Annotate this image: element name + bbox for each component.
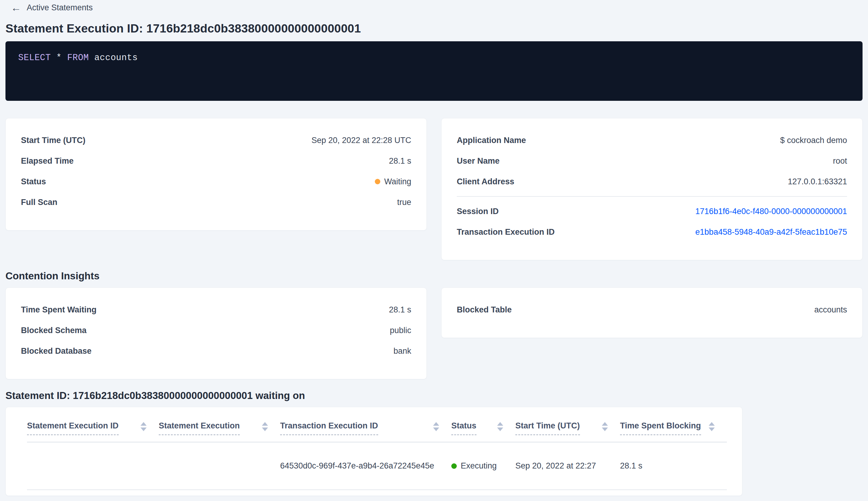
application-name-row: Application Name $ cockroach demo xyxy=(457,130,847,151)
cell-transaction-execution-id: 64530d0c-969f-437e-a9b4-26a72245e45e xyxy=(280,461,451,471)
sort-icon[interactable] xyxy=(497,422,503,431)
overview-cards-row: Start Time (UTC) Sep 20, 2022 at 22:28 U… xyxy=(6,118,862,260)
user-name-value: root xyxy=(833,156,847,166)
status-dot-executing xyxy=(451,463,457,469)
session-card-divider xyxy=(457,196,847,197)
row-status-text: Executing xyxy=(461,461,497,471)
blocked-table-card: Blocked Table accounts xyxy=(441,288,862,338)
sort-down-icon xyxy=(433,427,439,431)
transaction-execution-id-row: Transaction Execution ID e1bba458-5948-4… xyxy=(457,222,847,242)
status-row: Status Waiting xyxy=(21,171,411,192)
user-name-row: User Name root xyxy=(457,151,847,171)
time-spent-waiting-value: 28.1 s xyxy=(389,305,411,315)
sql-statement-box: SELECT * FROM accounts xyxy=(6,41,862,101)
back-link-label: Active Statements xyxy=(27,3,93,12)
sort-down-icon xyxy=(262,427,268,431)
status-value: Waiting xyxy=(375,177,411,186)
blocked-database-value: bank xyxy=(393,347,411,356)
status-dot-waiting xyxy=(375,179,380,184)
waiting-on-heading: Statement ID: 1716b218dc0b38380000000000… xyxy=(6,390,862,402)
sort-down-icon xyxy=(141,427,147,431)
start-time-header-label[interactable]: Start Time (UTC) xyxy=(516,421,580,435)
sort-icon[interactable] xyxy=(602,422,608,431)
cell-time-spent-blocking: 28.1 s xyxy=(620,461,727,471)
blocked-table-value: accounts xyxy=(814,305,847,315)
waiting-statements-table: Statement Execution ID Statement Executi… xyxy=(6,407,742,496)
status-text: Waiting xyxy=(384,177,411,186)
sort-icon[interactable] xyxy=(262,422,268,431)
elapsed-time-value: 28.1 s xyxy=(389,156,411,166)
blocked-database-row: Blocked Database bank xyxy=(21,341,411,361)
elapsed-time-row: Elapsed Time 28.1 s xyxy=(21,151,411,171)
contention-cards-row: Time Spent Waiting 28.1 s Blocked Schema… xyxy=(6,288,862,379)
time-spent-waiting-label: Time Spent Waiting xyxy=(21,305,97,315)
sort-up-icon xyxy=(262,422,268,426)
time-spent-blocking-header-label[interactable]: Time Spent Blocking xyxy=(620,421,701,435)
sort-icon[interactable] xyxy=(709,422,715,431)
column-header-start-time: Start Time (UTC) xyxy=(516,421,620,442)
blocked-schema-label: Blocked Schema xyxy=(21,326,87,335)
table-row: 64530d0c-969f-437e-a9b4-26a72245e45e Exe… xyxy=(27,443,727,490)
column-header-time-spent-blocking: Time Spent Blocking xyxy=(620,421,727,442)
start-time-row: Start Time (UTC) Sep 20, 2022 at 22:28 U… xyxy=(21,130,411,151)
sql-keyword-from: FROM xyxy=(67,53,89,63)
statement-execution-id-header-label[interactable]: Statement Execution ID xyxy=(27,421,119,435)
execution-overview-card: Start Time (UTC) Sep 20, 2022 at 22:28 U… xyxy=(6,118,427,231)
client-address-value: 127.0.0.1:63321 xyxy=(788,177,847,186)
transaction-execution-id-link[interactable]: e1bba458-5948-40a9-a42f-5feac1b10e75 xyxy=(695,227,847,237)
sort-icon[interactable] xyxy=(433,422,439,431)
column-header-status: Status xyxy=(451,421,516,442)
column-header-transaction-execution-id: Transaction Execution ID xyxy=(280,421,451,442)
column-header-statement-execution: Statement Execution xyxy=(159,421,280,442)
contention-insights-heading: Contention Insights xyxy=(6,270,862,282)
cell-status: Executing xyxy=(451,461,516,471)
back-link-active-statements[interactable]: ← Active Statements xyxy=(11,0,93,13)
statement-execution-page: ← Active Statements Statement Execution … xyxy=(0,0,868,501)
status-label: Status xyxy=(21,177,46,186)
user-name-label: User Name xyxy=(457,156,500,166)
table-header-row: Statement Execution ID Statement Executi… xyxy=(27,407,727,443)
sort-up-icon xyxy=(602,422,608,426)
status-header-label[interactable]: Status xyxy=(451,421,477,435)
sort-down-icon xyxy=(497,427,503,431)
full-scan-value: true xyxy=(397,198,411,207)
sort-up-icon xyxy=(141,422,147,426)
blocked-schema-value: public xyxy=(390,326,411,335)
session-id-label: Session ID xyxy=(457,207,499,216)
column-header-statement-execution-id: Statement Execution ID xyxy=(27,421,159,442)
session-info-card: Application Name $ cockroach demo User N… xyxy=(441,118,862,260)
full-scan-label: Full Scan xyxy=(21,198,57,207)
blocked-table-label: Blocked Table xyxy=(457,305,512,315)
sort-up-icon xyxy=(433,422,439,426)
application-name-label: Application Name xyxy=(457,136,526,145)
sort-up-icon xyxy=(497,422,503,426)
session-id-link[interactable]: 1716b1f6-4e0c-f480-0000-000000000001 xyxy=(695,207,847,216)
session-id-row: Session ID 1716b1f6-4e0c-f480-0000-00000… xyxy=(457,201,847,222)
sort-down-icon xyxy=(602,427,608,431)
sql-keyword-select: SELECT xyxy=(18,53,51,63)
sort-icon[interactable] xyxy=(141,422,147,431)
blocked-database-label: Blocked Database xyxy=(21,347,92,356)
time-spent-waiting-row: Time Spent Waiting 28.1 s xyxy=(21,299,411,320)
sql-table-name: accounts xyxy=(89,53,138,63)
start-time-value: Sep 20, 2022 at 22:28 UTC xyxy=(311,136,411,145)
sort-up-icon xyxy=(709,422,715,426)
start-time-label: Start Time (UTC) xyxy=(21,136,86,145)
client-address-row: Client Address 127.0.0.1:63321 xyxy=(457,171,847,192)
transaction-execution-id-header-label[interactable]: Transaction Execution ID xyxy=(280,421,378,435)
blocked-schema-row: Blocked Schema public xyxy=(21,320,411,341)
blocked-table-row: Blocked Table accounts xyxy=(457,299,847,320)
sort-down-icon xyxy=(709,427,715,431)
transaction-execution-id-label: Transaction Execution ID xyxy=(457,227,555,237)
full-scan-row: Full Scan true xyxy=(21,192,411,213)
sql-star: * xyxy=(51,53,67,63)
page-title: Statement Execution ID: 1716b218dc0b3838… xyxy=(6,21,862,36)
cell-start-time: Sep 20, 2022 at 22:27 xyxy=(516,461,620,471)
elapsed-time-label: Elapsed Time xyxy=(21,156,74,166)
application-name-value: $ cockroach demo xyxy=(780,136,847,145)
client-address-label: Client Address xyxy=(457,177,514,186)
statement-execution-header-label[interactable]: Statement Execution xyxy=(159,421,240,435)
back-arrow-icon: ← xyxy=(11,2,21,13)
contention-details-card: Time Spent Waiting 28.1 s Blocked Schema… xyxy=(6,288,427,379)
